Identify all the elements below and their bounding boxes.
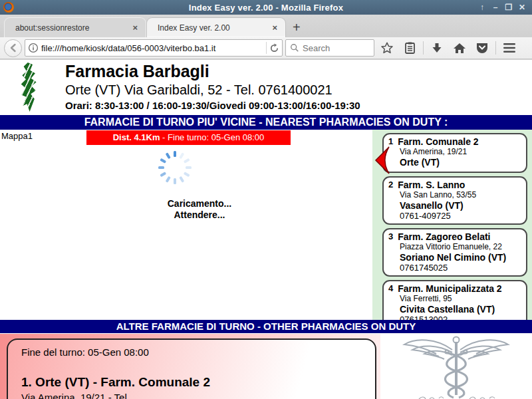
pharmacy-card-3[interactable]: 3 Farm. Zagoreo Belati Piazza Vittorio E… bbox=[382, 228, 527, 277]
bookmarks-menu-button[interactable] bbox=[400, 39, 420, 57]
restore-window-icon[interactable]: ❐ bbox=[504, 1, 513, 14]
pharmacy-phone: 0761745025 bbox=[400, 263, 522, 273]
selected-pharmacy-arrow-icon bbox=[374, 146, 391, 175]
new-tab-button[interactable]: + bbox=[286, 19, 307, 37]
pharmacy-city: Orte (VT) bbox=[400, 157, 522, 168]
main-content: Mappa1 Dist. 4.1Km - Fine turno: 05-Gen … bbox=[0, 130, 532, 320]
search-bar[interactable] bbox=[285, 39, 374, 57]
pharmacy-number: 4 bbox=[388, 283, 393, 294]
url-input[interactable] bbox=[41, 43, 263, 53]
pocket-icon bbox=[475, 42, 489, 55]
pharmacy-card-1[interactable]: 1 Farm. Comunale 2 Via Amerina, 19/21 Or… bbox=[382, 133, 527, 173]
pharmacy-info: Farmacia Barbagli Orte (VT) Via Garibald… bbox=[65, 62, 360, 113]
window-title: Index Easy ver. 2.00 - Mozilla Firefox bbox=[0, 3, 532, 13]
clipboard-icon bbox=[404, 41, 416, 55]
close-window-icon[interactable]: ✕ bbox=[517, 1, 527, 14]
duty-info-box: Fine del turno: 05-Gen 08:00 1. Orte (VT… bbox=[7, 338, 376, 399]
pharmacy-logo bbox=[20, 63, 39, 112]
shade-window-icon[interactable]: ↑ bbox=[477, 1, 487, 14]
duty-end-time: Fine del turno: 05-Gen 08:00 bbox=[21, 346, 375, 358]
divider bbox=[495, 41, 496, 55]
menu-button[interactable] bbox=[499, 39, 519, 57]
caduceus-icon bbox=[390, 334, 523, 399]
pharmacy-name: Farm. Municipalizzata 2 bbox=[398, 283, 501, 294]
tab-bar: about:sessionrestore × Index Easy ver. 2… bbox=[0, 15, 532, 37]
pharmacy-phone: 0761-409725 bbox=[400, 211, 522, 221]
star-icon bbox=[380, 41, 394, 55]
loading-spinner bbox=[158, 150, 192, 185]
tab-label: Index Easy ver. 2.00 bbox=[158, 23, 271, 33]
divider bbox=[423, 41, 424, 55]
distance-value: Dist. 4.1Km bbox=[113, 132, 160, 142]
window-controls: ↑ – ❐ ✕ bbox=[477, 1, 532, 14]
pharmacy-name: Farmacia Barbagli bbox=[65, 62, 360, 81]
tab-close-icon[interactable]: × bbox=[131, 23, 139, 33]
pharmacy-number: 2 bbox=[388, 180, 393, 190]
pharmacy-address: Piazza Vittorio Emanuele, 22 bbox=[400, 242, 522, 252]
pharmacy-card-2[interactable]: 2 Farm. S. Lanno Via San Lanno, 53/55 Va… bbox=[382, 176, 527, 225]
url-bar[interactable] bbox=[25, 39, 283, 57]
pharmacy-list-sidebar: 1 Farm. Comunale 2 Via Amerina, 19/21 Or… bbox=[372, 130, 532, 320]
browser-window: Index Easy ver. 2.00 - Mozilla Firefox ↑… bbox=[0, 0, 532, 399]
map-label: Mappa1 bbox=[1, 131, 33, 141]
pharmacy-name: Farm. Zagoreo Belati bbox=[398, 231, 490, 242]
other-pharmacies-banner: ALTRE FARMACIE DI TURNO - OTHER PHARMACI… bbox=[0, 320, 532, 333]
pharmacy-address: Via Amerina, 19/21 bbox=[400, 147, 522, 157]
loading-line1: Caricamento... bbox=[106, 198, 293, 209]
tab-label: about:sessionrestore bbox=[15, 23, 131, 33]
nearest-pharmacies-banner: FARMACIE DI TURNO PIU' VICINE - NEAREST … bbox=[0, 115, 532, 130]
loading-line2: Attendere... bbox=[106, 209, 293, 221]
pharmacy-address: Orte (VT) Via Garibaldi, 52 - Tel. 07614… bbox=[65, 81, 360, 98]
search-input[interactable] bbox=[303, 43, 362, 53]
pharmacy-number: 3 bbox=[388, 231, 393, 242]
shift-end-text: - Fine turno: 05-Gen 08:00 bbox=[160, 132, 265, 142]
pharmacy-address: Via Ferretti, 95 bbox=[400, 294, 522, 304]
navigation-toolbar bbox=[0, 37, 532, 59]
home-button[interactable] bbox=[450, 39, 469, 57]
pharmacy-header: Farmacia Barbagli Orte (VT) Via Garibald… bbox=[0, 59, 532, 115]
duty-pharmacy-title: 1. Orte (VT) - Farm. Comunale 2 bbox=[21, 375, 375, 390]
back-button[interactable] bbox=[4, 39, 22, 57]
home-icon bbox=[453, 42, 466, 55]
pharmacy-name: Farm. S. Lanno bbox=[398, 180, 465, 190]
pharmacy-name: Farm. Comunale 2 bbox=[398, 136, 478, 147]
downloads-button[interactable] bbox=[427, 39, 447, 57]
back-arrow-icon bbox=[8, 43, 19, 53]
download-arrow-icon bbox=[431, 42, 443, 55]
divider bbox=[266, 42, 267, 54]
pharmacy-city: Civita Castellana (VT) bbox=[400, 304, 522, 315]
bottom-section: Fine del turno: 05-Gen 08:00 1. Orte (VT… bbox=[0, 333, 532, 399]
search-icon bbox=[290, 43, 299, 53]
distance-banner: Dist. 4.1Km - Fine turno: 05-Gen 08:00 bbox=[86, 130, 291, 145]
duty-pharmacy-address: Via Amerina, 19/21 - Tel. bbox=[21, 392, 375, 399]
minimize-window-icon[interactable]: – bbox=[491, 1, 500, 14]
pocket-button[interactable] bbox=[472, 39, 492, 57]
window-titlebar: Index Easy ver. 2.00 - Mozilla Firefox ↑… bbox=[0, 0, 532, 15]
tab-sessionrestore[interactable]: about:sessionrestore × bbox=[4, 17, 146, 37]
pharmacy-city: Soriano Nel Cimino (VT) bbox=[400, 252, 522, 263]
loading-message: Caricamento... Attendere... bbox=[106, 198, 293, 221]
hamburger-icon bbox=[503, 43, 516, 53]
reload-icon[interactable] bbox=[269, 43, 279, 53]
page-info-icon[interactable] bbox=[28, 43, 39, 53]
tab-index-easy[interactable]: Index Easy ver. 2.00 × bbox=[146, 17, 286, 37]
pharmacy-address: Via San Lanno, 53/55 bbox=[400, 190, 522, 200]
tab-close-icon[interactable]: × bbox=[271, 23, 279, 33]
pharmacy-city: Vasanello (VT) bbox=[400, 200, 522, 211]
bookmark-star-button[interactable] bbox=[377, 39, 397, 57]
caduceus-panel bbox=[380, 334, 532, 399]
pharmacy-hours: Orari: 8:30-13:00 / 16:00-19:30/Giovedi … bbox=[65, 98, 360, 113]
other-duty-panel: Fine del turno: 05-Gen 08:00 1. Orte (VT… bbox=[0, 334, 380, 399]
